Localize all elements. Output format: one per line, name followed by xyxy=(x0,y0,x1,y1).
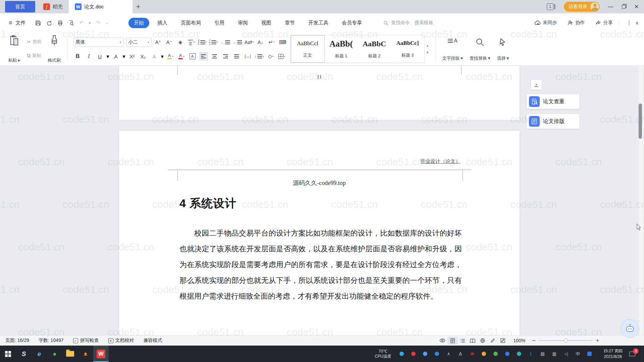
borders-button[interactable]: ▾ xyxy=(277,52,286,61)
text-layout-button[interactable]: A 文字排版▾ xyxy=(439,36,466,62)
decrease-font-button[interactable]: A⁻ xyxy=(165,38,174,47)
ribbon-tab-视图[interactable]: 视图 xyxy=(256,18,277,28)
wps-writer-icon[interactable]: W xyxy=(93,346,109,362)
ribbon-tab-章节[interactable]: 章节 xyxy=(279,18,300,28)
page-indicator[interactable]: 页面: 16/29 xyxy=(5,338,29,344)
undo-dropdown-icon[interactable]: ▾ xyxy=(89,21,91,25)
edge-app-icon[interactable] xyxy=(585,350,594,358)
print-icon[interactable] xyxy=(57,20,63,26)
volume-icon[interactable]: ◁ xyxy=(562,350,571,358)
tab-document[interactable]: W 论文.doc xyxy=(69,0,132,13)
page-view-button[interactable] xyxy=(447,337,458,345)
align-justify-button[interactable] xyxy=(232,52,241,61)
input-method-icon[interactable]: 中 xyxy=(574,350,582,358)
zoom-out-button[interactable]: − xyxy=(532,337,536,344)
music-app-icon[interactable] xyxy=(409,350,418,358)
bullet-list-button[interactable]: ▾ xyxy=(198,38,207,47)
new-tab-button[interactable]: + xyxy=(132,0,144,13)
outline-view-button[interactable] xyxy=(458,337,468,345)
align-right-button[interactable] xyxy=(221,52,230,61)
blue-app-icon[interactable] xyxy=(503,350,512,358)
zoom-slider[interactable] xyxy=(539,340,593,341)
highlight-color-button[interactable]: A▾ xyxy=(166,52,175,61)
command-search[interactable]: 查找命令、搜索模板 xyxy=(383,20,433,26)
font-size-select[interactable]: 小二▾ xyxy=(126,38,152,47)
cpu-temp-widget[interactable]: 70℃ CPU温度 xyxy=(375,349,391,359)
bluetooth-icon[interactable]: ᛒ xyxy=(527,350,535,358)
window-switch-button[interactable]: 1 xyxy=(547,3,555,10)
file-menu[interactable]: 文件 xyxy=(16,20,26,26)
eye-protect-button[interactable] xyxy=(437,337,447,345)
fit-page-button[interactable] xyxy=(498,337,508,345)
redo-icon[interactable]: ↷ xyxy=(96,20,100,26)
guest-login-button[interactable]: 访客登录 xyxy=(564,2,600,12)
mail-icon[interactable]: ✉ xyxy=(468,350,477,358)
font-color-button[interactable]: A▾ xyxy=(177,52,186,61)
annotate-pen-button[interactable] xyxy=(488,337,498,345)
file-explorer-icon[interactable] xyxy=(62,346,78,362)
ribbon-tab-页面布局[interactable]: 页面布局 xyxy=(175,18,206,28)
spell-check-toggle[interactable]: ✓拼写检查 xyxy=(73,338,99,344)
show-desktop-button[interactable] xyxy=(642,346,644,362)
copy-button[interactable]: ⧉复制 xyxy=(27,53,42,59)
style-cell-标题 1[interactable]: AaBb(标题 1 xyxy=(325,35,358,63)
ribbon-tab-审阅[interactable]: 审阅 xyxy=(232,18,253,28)
game-app-icon[interactable]: ᴥ xyxy=(78,346,93,362)
security-app-icon[interactable] xyxy=(433,350,441,358)
align-distribute-button[interactable]: |↔| xyxy=(244,52,252,61)
paper-layout-button[interactable]: 论文排版 xyxy=(527,114,580,129)
ribbon-tab-会员专享[interactable]: 会员专享 xyxy=(336,18,367,28)
paste-button[interactable]: 粘贴▾ xyxy=(5,35,23,64)
find-replace-button[interactable]: 查找替换▾ xyxy=(466,36,494,62)
strikethrough-dropdown-icon[interactable]: ▾ xyxy=(161,53,164,60)
menu-icon[interactable]: ≡ xyxy=(9,19,12,26)
tab-docer[interactable]: ʃ 稻壳 xyxy=(37,0,69,13)
start-button[interactable] xyxy=(0,346,16,362)
style-cell-正文[interactable]: AaBbCcI正文 xyxy=(291,35,325,63)
scrollbar-thumb[interactable] xyxy=(639,104,642,139)
undo-icon[interactable]: ↶ xyxy=(79,20,84,26)
vertical-scrollbar[interactable] xyxy=(638,66,643,335)
ribbon-tab-开始[interactable]: 开始 xyxy=(128,18,149,28)
styles-scroll-up-icon[interactable]: ▲ xyxy=(426,44,429,47)
emphasis-mark-button[interactable]: A xyxy=(112,52,120,61)
save-icon[interactable] xyxy=(35,20,41,26)
zoom-slider-knob[interactable] xyxy=(564,339,568,343)
ribbon-tab-插入[interactable]: 插入 xyxy=(152,18,173,28)
green-app-icon[interactable] xyxy=(491,350,500,358)
styles-scroll-down-icon[interactable]: ▼ xyxy=(426,51,429,54)
zoom-level[interactable]: 100% xyxy=(513,338,525,343)
underline-dropdown-icon[interactable]: ▾ xyxy=(107,53,109,60)
select-tool-button[interactable]: 选择▾ xyxy=(494,36,513,62)
text-direction-button[interactable]: A⇄▾ xyxy=(245,38,254,47)
compat-mode-label[interactable]: 兼容模式 xyxy=(144,338,162,344)
doc-proof-toggle[interactable]: ✕文档校对 xyxy=(108,338,134,344)
superscript-button[interactable]: X² xyxy=(128,52,137,61)
emphasis-dropdown-icon[interactable]: ▾ xyxy=(123,53,125,60)
hidden-icons-chevron[interactable]: ∧ xyxy=(444,350,453,358)
underline-button[interactable]: U xyxy=(96,52,104,61)
ie-browser-icon[interactable]: e xyxy=(32,346,47,362)
tab-stop-button[interactable]: ⌨ xyxy=(278,38,287,47)
app-s-icon[interactable]: S xyxy=(16,346,32,362)
cut-button[interactable]: ✂剪切 xyxy=(27,39,42,45)
clear-format-button[interactable]: ◈ xyxy=(176,38,185,47)
notification-center-button[interactable]: 3 xyxy=(627,349,637,359)
book-view-button[interactable] xyxy=(468,337,478,345)
zoom-in-button[interactable]: + xyxy=(596,338,599,344)
collapse-ribbon-icon[interactable]: ∧ xyxy=(635,20,639,25)
keyboard-icon[interactable]: ▤ xyxy=(538,350,547,358)
strikethrough-button[interactable]: A xyxy=(150,52,159,61)
paper-check-button[interactable]: 论文查重 xyxy=(527,94,580,109)
paragraph-mark-button[interactable]: ↵▾ xyxy=(267,38,276,47)
increase-font-button[interactable]: A⁺ xyxy=(154,38,163,47)
align-left-button[interactable] xyxy=(199,52,208,61)
collaborate-button[interactable]: 协作 xyxy=(568,20,585,26)
format-painter-button[interactable]: 格式刷 xyxy=(45,35,64,64)
assistant-bubble-button[interactable] xyxy=(621,319,639,338)
italic-button[interactable]: I xyxy=(85,52,93,61)
network-icon[interactable]: ▥ xyxy=(550,350,559,358)
shading-color-button[interactable]: ◇▾ xyxy=(266,52,275,61)
increase-indent-button[interactable]: → xyxy=(232,38,242,47)
subscript-button[interactable]: X₂ xyxy=(139,52,148,61)
